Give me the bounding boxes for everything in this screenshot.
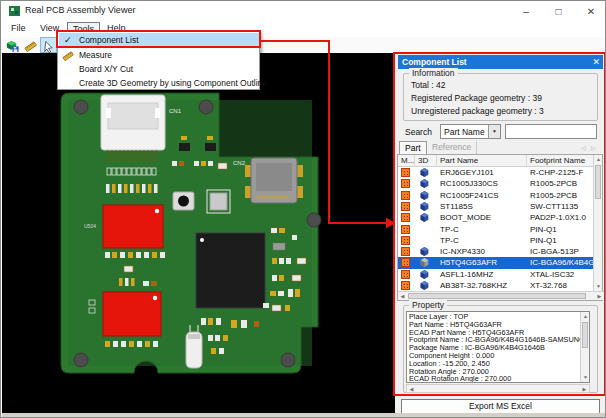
red-module-2 (103, 292, 161, 336)
pcb-viewport[interactable]: CN1 U504 (2, 53, 395, 413)
geometry-3d-icon (420, 191, 429, 200)
property-horizontal-scrollbar[interactable]: ◀ ▶ (406, 384, 590, 393)
pcb-board-view: CN1 U504 (2, 53, 395, 413)
menu-item-label: Create 3D Geometry by using Component Ou… (79, 76, 267, 90)
footprint-icon (401, 179, 410, 188)
window-controls: – □ ✕ (512, 1, 605, 21)
maximize-button[interactable]: □ (545, 2, 573, 22)
table-row[interactable]: AB38T-32.768KHZ XT-32.768 (398, 280, 594, 291)
table-row[interactable]: BOOT_MODE PAD2P-1.0X1.0 (398, 212, 594, 223)
small-ic (207, 190, 230, 213)
table-row[interactable]: IC-NXP4330 IC-BGA-513P (398, 246, 594, 257)
search-field-select[interactable]: Part Name ▼ (440, 124, 501, 139)
geometry-3d-icon (420, 281, 429, 290)
scroll-up-icon[interactable]: ▲ (594, 155, 603, 164)
scroll-left-icon[interactable]: ◀ (407, 385, 416, 394)
footprint-name-cell: R1005-2PCB (530, 178, 594, 189)
scroll-left-icon[interactable]: ◀ (398, 292, 407, 301)
scroll-right-icon[interactable]: ▶ (580, 385, 589, 394)
title-bar: Real PCB Assembly Viewer – □ ✕ (1, 1, 605, 21)
info-unregistered: Unregistered package geometry : 3 (411, 106, 544, 116)
red-module-1 (103, 205, 163, 248)
chevron-down-icon[interactable]: ▼ (488, 125, 500, 138)
table-row[interactable]: TP-C PIN-Q1 (398, 235, 594, 246)
save-3d-icon (6, 40, 19, 53)
footprint-name-cell: XT-32.768 (530, 280, 594, 291)
table-row[interactable]: RC1005F241CS R1005-2PCB (398, 190, 594, 201)
menu-item-create-3d-geometry[interactable]: Create 3D Geometry by using Component Ou… (59, 76, 259, 90)
menu-item-component-list[interactable]: ✓ Component List (59, 33, 259, 47)
footprint-name-cell: XTAL-ISC32 (530, 269, 594, 280)
table-horizontal-scrollbar[interactable]: ◀ ▶ (398, 291, 604, 300)
tab-next-icon[interactable]: ▷ (591, 144, 596, 151)
part-name-cell: ASFL1-16MHZ (440, 269, 526, 280)
usb-connector-cn2 (245, 158, 303, 203)
scroll-right-icon[interactable]: ▶ (595, 292, 604, 301)
panel-title: Component List (402, 57, 467, 67)
footprint-icon (401, 281, 410, 290)
table-vertical-scrollbar[interactable]: ▲ ▼ (593, 155, 602, 291)
footprint-name-cell: PIN-Q1 (530, 235, 594, 246)
menu-file[interactable]: File (6, 22, 31, 35)
scrollbar-thumb[interactable] (595, 165, 601, 199)
table-row[interactable]: ST1185S SW-CTT1135 (398, 201, 594, 212)
minimize-button[interactable]: – (512, 2, 540, 22)
col-header-part[interactable]: Part Name (437, 155, 527, 167)
geometry-3d-icon (420, 247, 429, 256)
tab-part-label: Part (405, 143, 421, 153)
part-name-cell: RC1005J330CS (440, 178, 526, 189)
table-row[interactable]: ASFL1-16MHZ XTAL-ISC32 (398, 269, 594, 280)
resistor-row (106, 184, 158, 193)
measure-icon (62, 50, 74, 62)
part-name-cell: H5TQ4G63AFR (440, 257, 526, 268)
menu-item-board-xy-cut[interactable]: Board X/Y Cut (59, 62, 259, 76)
scroll-down-icon[interactable]: ▼ (581, 373, 590, 382)
col-header-footprint[interactable]: Footprint Name (527, 155, 594, 167)
tab-reference[interactable]: Reference (427, 141, 477, 154)
close-button[interactable]: ✕ (577, 2, 605, 22)
footprint-name-cell: R-CHP-2125-F (530, 167, 594, 178)
push-button (173, 192, 194, 210)
footprint-icon (401, 213, 410, 222)
scrollbar-thumb[interactable] (408, 293, 586, 299)
part-name-cell: RC1005F241CS (440, 190, 526, 201)
table-row[interactable]: TP-C PIN-Q1 (398, 224, 594, 235)
scroll-up-icon[interactable]: ▲ (581, 312, 590, 321)
window-bottom-frame (2, 413, 606, 418)
table-row[interactable]: RC1005J330CS R1005-2PCB (398, 178, 594, 189)
geometry-3d-icon (420, 168, 429, 177)
footprint-name-cell: PIN-Q1 (530, 224, 594, 235)
select-cursor-button[interactable] (40, 37, 57, 53)
tab-prev-icon[interactable]: ◁ (581, 144, 586, 151)
footprint-icon (401, 270, 410, 279)
panel-title-bar[interactable]: Component List ✕ (398, 55, 603, 69)
panel-close-icon[interactable]: ✕ (592, 55, 600, 69)
save-3d-button[interactable] (4, 37, 21, 53)
tab-part[interactable]: Part (399, 141, 427, 154)
footprint-name-cell: SW-CTT1135 (530, 201, 594, 212)
measure-button[interactable] (22, 37, 39, 53)
menu-item-label: Component List (79, 33, 139, 47)
footprint-name-cell: R1005-2PCB (530, 190, 594, 201)
export-ms-excel-button[interactable]: Export MS Excel (401, 399, 600, 414)
measure-icon (24, 40, 37, 53)
footprint-icon (401, 191, 410, 200)
table-row[interactable]: ERJ6GEYJ101 R-CHP-2125-F (398, 167, 594, 178)
tab-reference-label: Reference (432, 142, 471, 152)
menu-item-measure[interactable]: Measure (59, 48, 259, 62)
table-row-selected[interactable]: H5TQ4G63AFR IC-BGA96/K4B4G164 (398, 257, 594, 268)
component-list-panel: Component List ✕ Information Total : 42 … (395, 53, 606, 413)
col-header-m[interactable]: M... (398, 155, 415, 167)
footprint-name-cell: IC-BGA-513P (530, 246, 594, 257)
information-legend: Information (409, 68, 458, 78)
property-vertical-scrollbar[interactable]: ▲ ▼ (580, 312, 589, 382)
footprint-icon (401, 236, 410, 245)
geometry-3d-icon (420, 270, 429, 279)
col-header-3d[interactable]: 3D (415, 155, 437, 167)
property-list[interactable]: Place Layer : TOP Part Name : H5TQ4G63AF… (406, 311, 590, 383)
search-input[interactable] (505, 124, 597, 139)
scrollbar-thumb[interactable] (582, 322, 588, 348)
scroll-down-icon[interactable]: ▼ (594, 282, 603, 291)
info-total: Total : 42 (411, 80, 446, 90)
part-name-cell: TP-C (440, 235, 526, 246)
